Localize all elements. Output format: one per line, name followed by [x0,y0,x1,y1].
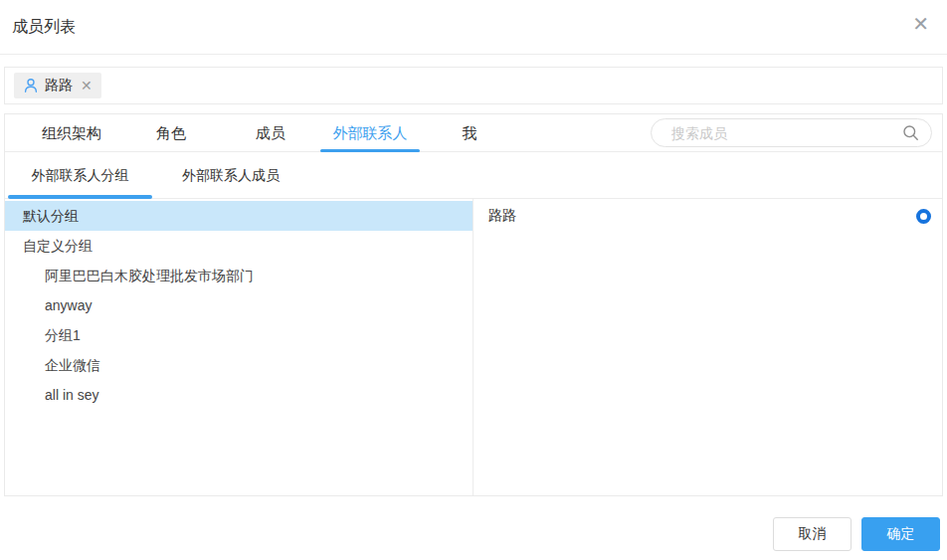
picker-panel: 组织架构 角色 成员 外部联系人 我 外部联系人分组 外部联系人成员 默认分组 … [4,113,943,496]
group-row[interactable]: 企业微信 [5,350,473,380]
group-row-default[interactable]: 默认分组 [5,201,473,231]
close-icon[interactable]: ✕ [912,14,929,34]
subtab-external-contact-members[interactable]: 外部联系人成员 [172,152,289,198]
group-row[interactable]: 分组1 [5,320,473,350]
tab-me[interactable]: 我 [420,114,519,151]
tab-organization[interactable]: 组织架构 [22,114,121,151]
tab-member[interactable]: 成员 [221,114,320,151]
picker-content: 默认分组 自定义分组 阿里巴巴白木胶处理批发市场部门 anyway 分组1 企业… [5,199,942,495]
tab-bar: 组织架构 角色 成员 外部联系人 我 [5,114,942,152]
remove-member-icon[interactable]: ✕ [81,79,93,93]
group-row[interactable]: all in sey [5,380,473,410]
cancel-button[interactable]: 取消 [773,517,852,551]
person-icon [23,78,39,93]
confirm-button[interactable]: 确定 [861,517,940,551]
group-row[interactable]: 阿里巴巴白木胶处理批发市场部门 [5,261,473,290]
search-box [651,118,932,147]
member-list: 路路 [474,199,942,495]
member-name: 路路 [488,207,516,225]
group-list: 默认分组 自定义分组 阿里巴巴白木胶处理批发市场部门 anyway 分组1 企业… [5,199,474,495]
selected-member-name: 路路 [45,77,73,94]
selected-members-bar: 路路 ✕ [4,67,943,104]
group-row[interactable]: anyway [5,290,473,320]
tab-role[interactable]: 角色 [121,114,221,151]
group-row-custom[interactable]: 自定义分组 [5,231,473,261]
selected-member-chip: 路路 ✕ [14,73,101,98]
dialog-header: 成员列表 [0,0,947,55]
dialog-title: 成员列表 [12,17,76,38]
dialog-footer: 取消 确定 [0,496,947,559]
radio-selected-icon[interactable] [916,209,931,224]
tab-external-contacts[interactable]: 外部联系人 [320,114,420,151]
search-input[interactable] [651,118,932,147]
subtab-external-contact-groups[interactable]: 外部联系人分组 [8,152,152,198]
subtab-bar: 外部联系人分组 外部联系人成员 [5,152,942,199]
member-row[interactable]: 路路 [474,199,942,233]
